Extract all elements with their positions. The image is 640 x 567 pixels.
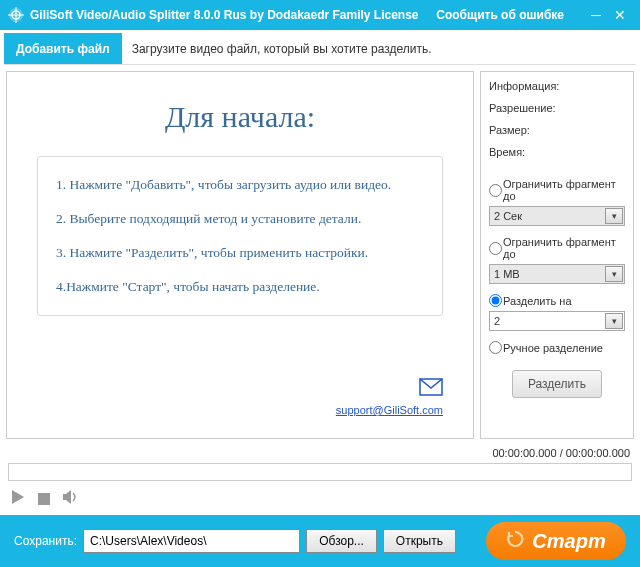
playback-controls (0, 487, 640, 515)
step-item: 3. Нажмите "Разделить", чтобы применить … (56, 245, 424, 261)
save-path-input[interactable] (83, 529, 300, 553)
mail-icon (419, 382, 443, 399)
content-area: Для начала: 1. Нажмите "Добавить", чтобы… (0, 65, 640, 445)
limit-size-select[interactable]: 1 MB ▾ (489, 264, 625, 284)
limit-time-label: Ограничить фрагмент до (503, 178, 625, 202)
time-label: Время: (489, 146, 625, 158)
limit-size-label: Ограничить фрагмент до (503, 236, 625, 260)
step-item: 2. Выберите подходящий метод и установит… (56, 211, 424, 227)
manual-radio[interactable] (489, 341, 502, 354)
browse-button[interactable]: Обзор... (306, 529, 377, 553)
close-button[interactable]: ✕ (608, 7, 632, 23)
app-title: GiliSoft Video/Audio Splitter 8.0.0 Rus … (30, 8, 436, 22)
add-file-button[interactable]: Добавить файл (4, 33, 122, 64)
save-label: Сохранить: (14, 534, 77, 548)
titlebar[interactable]: GiliSoft Video/Audio Splitter 8.0.0 Rus … (0, 0, 640, 30)
limit-time-select[interactable]: 2 Сек ▾ (489, 206, 625, 226)
toolbar: Добавить файл Загрузите видео файл, кото… (4, 33, 636, 65)
open-button[interactable]: Открыть (383, 529, 456, 553)
steps-box: 1. Нажмите "Добавить", чтобы загрузить а… (37, 156, 443, 316)
limit-size-value: 1 MB (494, 268, 520, 280)
side-panel: Информация: Разрешение: Размер: Время: О… (480, 71, 634, 439)
main-panel: Для начала: 1. Нажмите "Добавить", чтобы… (6, 71, 474, 439)
start-label: Старт (532, 530, 605, 553)
main-title: Для начала: (37, 100, 443, 134)
manual-label: Ручное разделение (503, 342, 603, 354)
start-button[interactable]: Старт (486, 522, 626, 560)
chevron-down-icon: ▾ (605, 266, 623, 282)
limit-time-radio-row: Ограничить фрагмент до (489, 178, 625, 202)
support-link[interactable]: support@GiliSoft.com (336, 404, 443, 416)
manual-radio-row: Ручное разделение (489, 341, 625, 354)
limit-time-value: 2 Сек (494, 210, 522, 222)
report-error-link[interactable]: Сообщить об ошибке (436, 8, 564, 22)
timeline-slider[interactable] (8, 463, 632, 481)
split-to-radio-row: Разделить на (489, 294, 625, 307)
volume-icon[interactable] (62, 489, 80, 509)
split-to-value: 2 (494, 315, 500, 327)
window: GiliSoft Video/Audio Splitter 8.0.0 Rus … (0, 0, 640, 567)
limit-size-radio[interactable] (489, 242, 502, 255)
resolution-label: Разрешение: (489, 102, 625, 114)
step-item: 4.Нажмите "Старт", чтобы начать разделен… (56, 279, 424, 295)
footer: Сохранить: Обзор... Открыть Старт (0, 515, 640, 567)
refresh-icon (506, 530, 524, 553)
split-to-radio[interactable] (489, 294, 502, 307)
support-block: support@GiliSoft.com (37, 364, 443, 418)
play-icon[interactable] (10, 489, 26, 509)
step-item: 1. Нажмите "Добавить", чтобы загрузить а… (56, 177, 424, 193)
app-icon (8, 7, 24, 23)
split-to-select[interactable]: 2 ▾ (489, 311, 625, 331)
time-display: 00:00:00.000 / 00:00:00.000 (0, 445, 640, 461)
chevron-down-icon: ▾ (605, 313, 623, 329)
chevron-down-icon: ▾ (605, 208, 623, 224)
limit-time-radio[interactable] (489, 184, 502, 197)
split-button[interactable]: Разделить (512, 370, 602, 398)
limit-size-radio-row: Ограничить фрагмент до (489, 236, 625, 260)
toolbar-hint: Загрузите видео файл, который вы хотите … (122, 33, 442, 64)
minimize-button[interactable]: ─ (584, 7, 608, 23)
split-to-label: Разделить на (503, 295, 572, 307)
stop-icon[interactable] (38, 493, 50, 505)
size-label: Размер: (489, 124, 625, 136)
info-label: Информация: (489, 80, 625, 92)
